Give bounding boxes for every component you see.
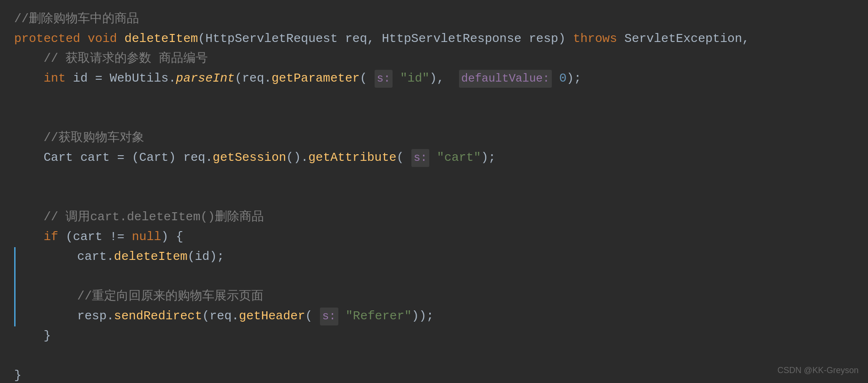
code-plain: id = — [66, 69, 110, 89]
code-line: int id = WebUtils.parseInt(req.getParame… — [14, 69, 854, 89]
code-plain — [617, 29, 625, 49]
code-lines: //删除购物车中的商品protected void deleteItem(Htt… — [14, 9, 854, 383]
code-plain: ( — [360, 69, 374, 89]
code-line — [14, 188, 854, 208]
code-plain: (). — [286, 148, 308, 168]
code-keyword: null — [132, 227, 161, 247]
code-plain — [552, 69, 559, 89]
code-keyword: throws — [573, 29, 617, 49]
code-line — [14, 267, 854, 287]
code-method: getParameter — [271, 69, 360, 89]
hint-label: defaultValue: — [459, 70, 552, 88]
code-line: if (cart != null) { — [14, 227, 854, 247]
code-param-type: WebUtils — [110, 69, 169, 89]
code-number: 0 — [559, 69, 567, 89]
code-keyword: if — [43, 227, 58, 247]
code-plain — [14, 227, 43, 247]
code-line: } — [14, 366, 854, 383]
code-line: //删除购物车中的商品 — [14, 9, 854, 29]
code-plain: } — [14, 366, 22, 383]
code-plain: } — [14, 326, 51, 346]
code-plain — [14, 208, 43, 227]
code-plain: . — [169, 69, 176, 89]
code-line: } — [14, 326, 854, 346]
code-plain — [393, 69, 400, 89]
code-line: //获取购物车对象 — [14, 128, 854, 148]
code-line — [14, 168, 854, 188]
code-param-type: Cart — [139, 148, 168, 168]
code-plain: (cart != — [58, 227, 132, 247]
code-keyword: void — [88, 29, 117, 49]
code-plain — [14, 128, 43, 148]
code-plain — [117, 29, 124, 49]
code-line: // 调用cart.deleteItem()删除商品 — [14, 208, 854, 227]
code-plain — [14, 148, 43, 168]
vertical-bar — [14, 307, 16, 326]
code-method: deleteItem — [114, 247, 188, 267]
code-plain: ); — [481, 148, 496, 168]
vertical-bar — [14, 267, 16, 287]
code-plain: ), — [429, 69, 459, 89]
code-plain — [338, 307, 346, 326]
hint-label: s: — [320, 308, 338, 325]
vertical-bar — [14, 247, 16, 267]
code-plain: resp) — [522, 29, 573, 49]
code-plain: ) { — [161, 227, 183, 247]
code-container: //删除购物车中的商品protected void deleteItem(Htt… — [0, 0, 868, 383]
code-plain: cart = ( — [73, 148, 139, 168]
code-comment: // 获取请求的参数 商品编号 — [43, 49, 207, 69]
code-plain: (id); — [188, 247, 224, 267]
code-plain: ( — [305, 307, 320, 326]
code-string: "cart" — [437, 148, 481, 168]
code-comment: //获取购物车对象 — [43, 128, 144, 148]
code-line: cart.deleteItem(id); — [14, 247, 854, 267]
code-plain: resp. — [18, 307, 114, 326]
code-string: "id" — [400, 69, 429, 89]
code-method: getAttribute — [308, 148, 396, 168]
code-method: getSession — [213, 148, 286, 168]
code-plain: cart. — [18, 247, 114, 267]
code-method: sendRedirect — [114, 307, 202, 326]
code-param-type: HttpServletRequest — [205, 29, 338, 49]
code-plain: )); — [412, 307, 434, 326]
code-method: deleteItem — [124, 29, 198, 49]
code-comment: //重定向回原来的购物车展示页面 — [77, 287, 263, 307]
code-comment: //删除购物车中的商品 — [14, 9, 139, 29]
code-line: protected void deleteItem(HttpServletReq… — [14, 29, 854, 49]
watermark: CSDN @KK-Greyson — [778, 364, 859, 377]
code-method-italic: parseInt — [176, 69, 235, 89]
code-line: // 获取请求的参数 商品编号 — [14, 49, 854, 69]
code-comment: // 调用cart.deleteItem()删除商品 — [43, 208, 264, 227]
code-line: //重定向回原来的购物车展示页面 — [14, 287, 854, 307]
code-line — [14, 89, 854, 108]
code-plain — [80, 29, 88, 49]
code-line — [14, 108, 854, 128]
code-line — [14, 346, 854, 366]
code-param-type: Cart — [43, 148, 73, 168]
code-keyword: protected — [14, 29, 80, 49]
code-plain: ); — [566, 69, 581, 89]
code-plain: req, — [338, 29, 382, 49]
code-line: Cart cart = (Cart) req.getSession().getA… — [14, 148, 854, 168]
hint-label: s: — [411, 149, 430, 167]
code-plain — [429, 148, 437, 168]
code-plain: ( — [198, 29, 205, 49]
code-plain — [14, 49, 43, 69]
code-plain — [14, 69, 43, 89]
code-plain: ) req. — [169, 148, 213, 168]
code-param-type: HttpServletResponse — [382, 29, 521, 49]
code-plain — [18, 287, 77, 307]
code-plain: (req. — [202, 307, 239, 326]
vertical-bar — [14, 287, 16, 307]
code-param-type: ServletException, — [624, 29, 749, 49]
code-method: getHeader — [239, 307, 305, 326]
code-plain: (req. — [235, 69, 271, 89]
hint-label: s: — [375, 70, 393, 88]
code-string: "Referer" — [345, 307, 411, 326]
code-line: resp.sendRedirect(req.getHeader( s: "Ref… — [14, 307, 854, 326]
code-keyword: int — [43, 69, 66, 89]
code-plain: ( — [396, 148, 411, 168]
